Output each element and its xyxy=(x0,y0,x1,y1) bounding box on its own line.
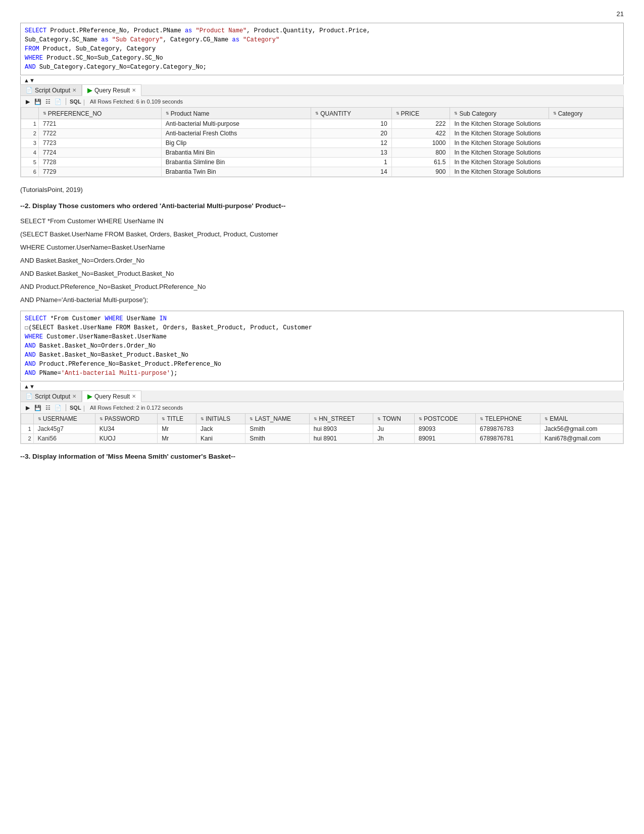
cell-telephone-2: 6789876781 xyxy=(476,434,540,444)
cell-pref-no: 7723 xyxy=(38,138,161,148)
tab-script-output-1[interactable]: 📄 Script Output ✕ xyxy=(20,84,82,95)
table-row: 37723Big Clip121000In the Kitchen Storag… xyxy=(21,138,623,148)
sort-icon-th-4: ⇅ xyxy=(250,417,253,421)
divider-pipe-2: | xyxy=(83,404,85,412)
script-icon-2: 📄 xyxy=(26,393,33,400)
row-num: 4 xyxy=(21,148,39,158)
col-username-2[interactable]: ⇅ USERNAME xyxy=(33,414,95,424)
tab-query-result-1[interactable]: ▶ Query Result ✕ xyxy=(82,84,141,96)
toolbar-2: ▶ 💾 ☷ 📄 SQL | All Rows Fetched: 2 in 0.1… xyxy=(20,402,624,413)
cell-postcode-2: 89091 xyxy=(414,434,475,444)
sort-icon-2: ⇅ xyxy=(166,112,169,116)
cell-last-name-2: Smith xyxy=(245,434,309,444)
cell-initials-2: Jack xyxy=(196,424,245,434)
tab-bar-2: 📄 Script Output ✕ ▶ Query Result ✕ xyxy=(20,390,624,402)
toolbar-icon-arrow-1[interactable]: ▶ xyxy=(24,97,32,106)
tab-result-label-1: Query Result xyxy=(94,87,130,94)
sort-icon-6: ⇅ xyxy=(553,112,557,116)
col-postcode-2[interactable]: ⇅ POSTCODE xyxy=(414,414,475,424)
sort-icon-th-9: ⇅ xyxy=(544,417,548,421)
cell-username-2: Jack45g7 xyxy=(33,424,95,434)
toolbar-icon-grid-1[interactable]: ☷ xyxy=(44,97,52,106)
toolbar-icon-save-1[interactable]: 💾 xyxy=(34,97,42,106)
tab-result-close-1[interactable]: ✕ xyxy=(132,87,136,93)
sort-icon-3: ⇅ xyxy=(315,112,319,116)
cell-sub-category: In the Kitchen Storage Solutions xyxy=(450,129,623,138)
cell-product-name: Anti-bacterial Multi-purpose xyxy=(161,119,311,129)
col-subcat-1[interactable]: ⇅ Sub Category xyxy=(450,108,549,119)
col-category-1[interactable]: ⇅ Category xyxy=(549,108,623,119)
code-line: AND Product.PReference_No=Basket_Product… xyxy=(20,281,624,292)
cell-hn-street-2: hui 8903 xyxy=(309,424,373,434)
tab-query-result-2[interactable]: ▶ Query Result ✕ xyxy=(82,390,141,402)
sql-editor-1: SELECT Product.PReference_No, Product.PN… xyxy=(20,23,624,75)
cell-town-2: Ju xyxy=(373,424,414,434)
table-row: 27722Anti-bacterial Fresh Cloths20422In … xyxy=(21,129,623,138)
cell-password-2: KUOJ xyxy=(95,434,158,444)
tab-script-close-2[interactable]: ✕ xyxy=(72,394,76,399)
cell-initials-2: Kani xyxy=(196,434,245,444)
col-town-2[interactable]: ⇅ TOWN xyxy=(373,414,414,424)
col-title-2[interactable]: ⇅ TITLE xyxy=(158,414,196,424)
toolbar-icon-arrow-2[interactable]: ▶ xyxy=(24,404,32,412)
sort-icon-th-3: ⇅ xyxy=(201,417,204,421)
col-hn-street-2[interactable]: ⇅ HN_STREET xyxy=(309,414,373,424)
toolbar-icon-save-2[interactable]: 💾 xyxy=(34,404,42,412)
col-pref-no-1[interactable]: ⇅ PREFERENCE_NO xyxy=(38,108,161,119)
cell-price: 900 xyxy=(391,167,450,177)
cell-product-name: Anti-bacterial Fresh Cloths xyxy=(161,129,311,138)
cell-quantity: 1 xyxy=(311,158,391,167)
toolbar-icon-export-2[interactable]: 📄 xyxy=(54,404,62,412)
tab-script-output-2[interactable]: 📄 Script Output ✕ xyxy=(20,390,82,402)
cell-title-2: Mr xyxy=(158,434,196,444)
code-line: AND Basket.Basket_No=Basket_Product.Bask… xyxy=(20,268,624,279)
cell-sub-category: In the Kitchen Storage Solutions xyxy=(450,138,623,148)
code-line: SELECT *From Customer WHERE UserName IN xyxy=(20,216,624,227)
col-initials-2[interactable]: ⇅ INITIALS xyxy=(196,414,245,424)
col-password-2[interactable]: ⇅ PASSWORD xyxy=(95,414,158,424)
table-row: 47724Brabantia Mini Bin13800In the Kitch… xyxy=(21,148,623,158)
script-icon-1: 📄 xyxy=(26,87,33,93)
cell-pref-no: 7722 xyxy=(38,129,161,138)
toolbar-icon-grid-2[interactable]: ☷ xyxy=(44,404,52,412)
sort-icon-4: ⇅ xyxy=(396,112,400,116)
cell-product-name: Brabantia Slimline Bin xyxy=(161,158,311,167)
tab-script-close-1[interactable]: ✕ xyxy=(72,87,76,93)
row-num: 3 xyxy=(21,138,39,148)
tab-result-close-2[interactable]: ✕ xyxy=(132,394,136,399)
sort-icon-th-0: ⇅ xyxy=(38,417,41,421)
cell-pref-no: 7721 xyxy=(38,119,161,129)
cell-product-name: Big Clip xyxy=(161,138,311,148)
code-line: WHERE Customer.UserName=Basket.UserName xyxy=(20,242,624,253)
col-price-1[interactable]: ⇅ PRICE xyxy=(391,108,450,119)
table-row: 57728Brabantia Slimline Bin161.5In the K… xyxy=(21,158,623,167)
play-icon-2: ▶ xyxy=(87,393,92,400)
fetch-info-2: All Rows Fetched: 2 in 0.172 seconds xyxy=(90,405,183,411)
sort-icon-th-6: ⇅ xyxy=(377,417,381,421)
col-product-name-1[interactable]: ⇅ Product Name xyxy=(161,108,311,119)
col-last-name-2[interactable]: ⇅ LAST_NAME xyxy=(245,414,309,424)
cell-postcode-2: 89093 xyxy=(414,424,475,434)
toolbar-icon-export-1[interactable]: 📄 xyxy=(54,97,62,106)
col-quantity-1[interactable]: ⇅ QUANTITY xyxy=(311,108,391,119)
cell-product-name: Brabantia Twin Bin xyxy=(161,167,311,177)
row-num: 1 xyxy=(21,119,39,129)
result-table-1: ⇅ PREFERENCE_NO ⇅ Product Name ⇅ QUANTIT… xyxy=(20,107,624,177)
section3-heading: --3. Display information of 'Miss Meena … xyxy=(20,451,624,462)
row-num: 2 xyxy=(21,129,39,138)
result-table-2: ⇅ USERNAME⇅ PASSWORD⇅ TITLE⇅ INITIALS⇅ L… xyxy=(20,413,624,444)
divider-1 xyxy=(66,98,66,105)
cell-price: 800 xyxy=(391,148,450,158)
sql-label-2: SQL xyxy=(70,405,81,411)
row-num-2: 2 xyxy=(21,434,34,444)
col-telephone-2[interactable]: ⇅ TELEPHONE xyxy=(476,414,540,424)
cell-email-2: Kani678@gmail.com xyxy=(540,434,623,444)
cell-title-2: Mr xyxy=(158,424,196,434)
sql-label-1: SQL xyxy=(70,99,81,105)
code-line: (SELECT Basket.UserName FROM Basket, Ord… xyxy=(20,229,624,240)
cell-hn-street-2: hui 8901 xyxy=(309,434,373,444)
row-num-2: 1 xyxy=(21,424,34,434)
cell-sub-category: In the Kitchen Storage Solutions xyxy=(450,119,623,129)
col-email-2[interactable]: ⇅ EMAIL xyxy=(540,414,623,424)
cell-town-2: Jh xyxy=(373,434,414,444)
